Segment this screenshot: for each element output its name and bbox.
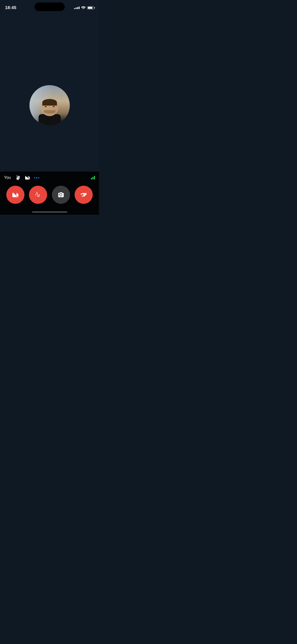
call-controls [0,183,99,211]
wifi-icon [81,6,86,10]
contact-avatar [29,85,70,125]
call-signal-bars-icon [91,176,95,179]
status-icons [74,6,94,10]
cellular-signal-icon [74,7,80,9]
status-time: 18:45 [5,5,16,10]
dynamic-island [35,3,65,11]
video-toggle-button[interactable] [6,186,24,204]
end-call-button[interactable] [75,186,93,204]
camera-rotate-icon [58,192,64,198]
home-indicator [32,211,67,213]
camera-flip-button[interactable] [52,186,70,204]
status-bar: 18:45 [0,0,99,13]
more-options-icon[interactable] [34,177,39,178]
microphone-slash-icon [14,174,21,181]
camera-slash-icon [24,174,31,181]
you-bar: You [0,172,99,183]
battery-icon [87,6,94,10]
camera-off-icon [12,192,19,198]
phone-down-icon [80,193,87,197]
mic-off-icon [35,191,41,198]
bottom-bar: You [0,172,99,215]
mute-button[interactable] [29,186,47,204]
you-label: You [4,175,11,180]
